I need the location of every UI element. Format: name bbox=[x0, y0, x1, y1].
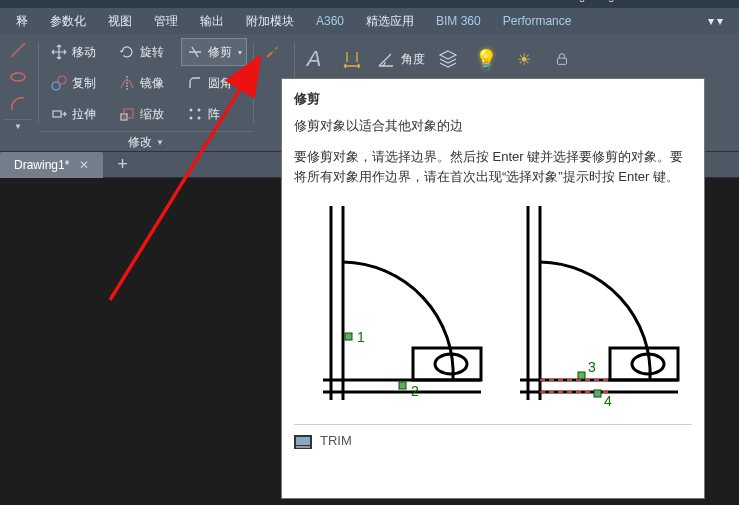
tool-array[interactable]: 阵 bbox=[181, 100, 247, 128]
tool-ellipse[interactable] bbox=[4, 65, 32, 89]
svg-rect-39 bbox=[296, 446, 310, 448]
panel-expand-icon[interactable]: ▼ bbox=[4, 119, 32, 131]
tab-label: Drawing1* bbox=[14, 158, 69, 172]
tool-rotate[interactable]: 旋转 bbox=[113, 38, 169, 66]
svg-rect-35 bbox=[594, 390, 601, 397]
menu-addins[interactable]: 附加模块 bbox=[236, 9, 304, 34]
menu-output[interactable]: 输出 bbox=[190, 9, 234, 34]
tool-rotate-label: 旋转 bbox=[140, 44, 164, 61]
tool-brush[interactable] bbox=[260, 38, 288, 66]
tool-stretch[interactable]: 拉伸 bbox=[45, 100, 101, 128]
sun-icon[interactable]: ☀ bbox=[509, 44, 539, 74]
tool-array-label: 阵 bbox=[208, 106, 220, 123]
tool-move[interactable]: 移动 bbox=[45, 38, 101, 66]
tooltip-title: 修剪 bbox=[294, 89, 692, 110]
tooltip-command: TRIM bbox=[294, 424, 692, 452]
svg-rect-38 bbox=[296, 437, 310, 445]
tooltip-cmd-label: TRIM bbox=[320, 431, 352, 452]
menu-view[interactable]: 视图 bbox=[98, 9, 142, 34]
svg-rect-20 bbox=[345, 333, 352, 340]
menu-annotate[interactable]: 释 bbox=[6, 9, 38, 34]
svg-point-8 bbox=[190, 117, 193, 120]
tool-fillet-label: 圆角 bbox=[208, 75, 232, 92]
command-icon bbox=[294, 435, 312, 449]
panel-modify-label[interactable]: 修改▼ bbox=[39, 131, 253, 151]
diagram-after: 3 4 bbox=[500, 200, 683, 410]
svg-rect-22 bbox=[399, 382, 406, 389]
menu-bim360[interactable]: BIM 360 bbox=[426, 10, 491, 32]
svg-text:4: 4 bbox=[604, 393, 612, 409]
app-title: Autodesk AutoCAD 2016 Drawing1.dwg bbox=[420, 0, 614, 2]
tool-move-label: 移动 bbox=[72, 44, 96, 61]
tool-trim[interactable]: 修剪 ▾ bbox=[181, 38, 247, 66]
tool-angle[interactable]: 角度 bbox=[375, 44, 425, 74]
svg-point-2 bbox=[58, 76, 66, 84]
tooltip-desc: 修剪对象以适合其他对象的边 bbox=[294, 116, 692, 137]
tool-copy[interactable]: 复制 bbox=[45, 69, 101, 97]
tool-scale-label: 缩放 bbox=[140, 106, 164, 123]
svg-point-7 bbox=[198, 109, 201, 112]
menu-manage[interactable]: 管理 bbox=[144, 9, 188, 34]
tool-text[interactable]: A bbox=[299, 44, 329, 74]
tool-angle-label: 角度 bbox=[401, 51, 425, 68]
svg-rect-3 bbox=[53, 111, 61, 117]
lock-icon[interactable] bbox=[547, 44, 577, 74]
tool-stretch-label: 拉伸 bbox=[72, 106, 96, 123]
tab-drawing1[interactable]: Drawing1* ✕ bbox=[0, 152, 103, 178]
close-icon[interactable]: ✕ bbox=[79, 158, 89, 172]
svg-point-6 bbox=[190, 109, 193, 112]
tool-scale[interactable]: 缩放 bbox=[113, 100, 169, 128]
svg-text:1: 1 bbox=[357, 329, 365, 345]
tool-trim-label: 修剪 bbox=[208, 44, 232, 61]
menu-bar: 释 参数化 视图 管理 输出 附加模块 A360 精选应用 BIM 360 Pe… bbox=[0, 8, 739, 34]
menu-performance[interactable]: Performance bbox=[493, 10, 582, 32]
svg-rect-33 bbox=[578, 372, 585, 379]
menu-parametric[interactable]: 参数化 bbox=[40, 9, 96, 34]
tool-layers[interactable] bbox=[433, 44, 463, 74]
menu-featured[interactable]: 精选应用 bbox=[356, 9, 424, 34]
title-bar: Autodesk AutoCAD 2016 Drawing1.dwg bbox=[0, 0, 739, 8]
tool-arc[interactable] bbox=[4, 92, 32, 116]
tool-line[interactable] bbox=[4, 38, 32, 62]
tool-mirror[interactable]: 镜像 bbox=[113, 69, 169, 97]
tooltip-diagrams: 1 2 3 4 bbox=[294, 200, 692, 410]
svg-point-0 bbox=[11, 73, 25, 81]
tool-copy-label: 复制 bbox=[72, 75, 96, 92]
tool-mirror-label: 镜像 bbox=[140, 75, 164, 92]
lightbulb-icon[interactable]: 💡 bbox=[471, 44, 501, 74]
tooltip-paragraph: 要修剪对象，请选择边界。然后按 Enter 键并选择要修剪的对象。要将所有对象用… bbox=[294, 147, 692, 189]
tool-fillet[interactable]: 圆角 bbox=[181, 69, 247, 97]
menu-a360[interactable]: A360 bbox=[306, 10, 354, 32]
svg-point-9 bbox=[198, 117, 201, 120]
panel-dropdown-icon[interactable]: ▾ ▾ bbox=[698, 10, 733, 32]
tool-dimension[interactable] bbox=[337, 44, 367, 74]
svg-text:2: 2 bbox=[411, 383, 419, 399]
new-tab-button[interactable]: + bbox=[103, 154, 142, 175]
svg-rect-10 bbox=[558, 58, 567, 64]
diagram-before: 1 2 bbox=[303, 200, 486, 410]
tooltip-trim: 修剪 修剪对象以适合其他对象的边 要修剪对象，请选择边界。然后按 Enter 键… bbox=[281, 78, 705, 499]
svg-text:3: 3 bbox=[588, 359, 596, 375]
